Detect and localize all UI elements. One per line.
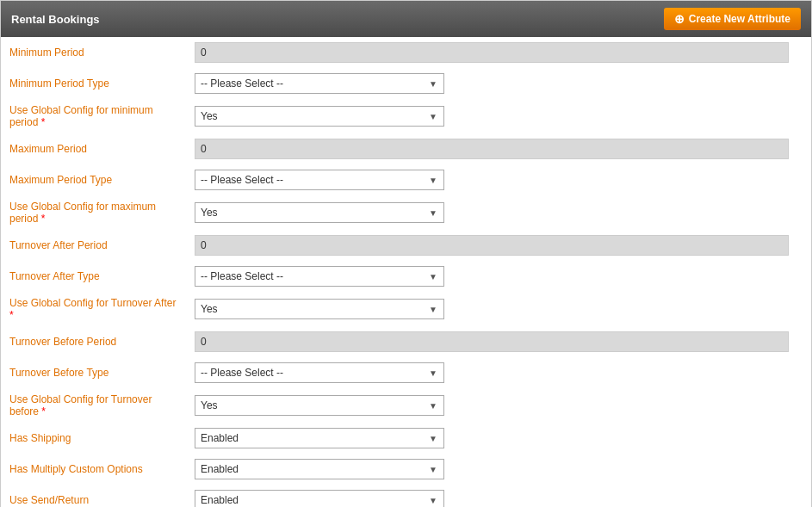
required-indicator: *: [38, 213, 45, 225]
field-value: YesNo: [186, 195, 811, 230]
turnover_before_type-select[interactable]: -- Please Select --: [195, 362, 444, 383]
table-row: Turnover Before Period: [1, 326, 811, 357]
field-label-text: Turnover Before Period: [9, 336, 116, 348]
field-label-text: Maximum Period: [9, 143, 87, 155]
field-label: Use Send/Return: [1, 485, 186, 507]
field-label-text: Has Shipping: [9, 432, 71, 444]
field-value: YesNo: [186, 388, 811, 423]
field-value: -- Please Select --: [186, 68, 811, 99]
field-label-text: Has Multiply Custom Options: [9, 463, 143, 475]
field-value: [186, 37, 811, 68]
required-indicator: *: [38, 116, 45, 128]
minimum_period_type-select[interactable]: -- Please Select --: [195, 73, 444, 94]
table-row: Turnover Before Type-- Please Select --: [1, 357, 811, 388]
minimum_period-input[interactable]: [195, 42, 789, 63]
has_multiply_custom-select-wrapper: EnabledDisabled: [195, 459, 444, 479]
field-label-text: Use Send/Return: [9, 494, 89, 506]
table-row: Maximum Period: [1, 133, 811, 164]
use_global_turnover_before-select[interactable]: YesNo: [195, 395, 444, 416]
table-row: Use Global Config for minimum period *Ye…: [1, 99, 811, 133]
use_global_maximum-select[interactable]: YesNo: [195, 202, 444, 223]
field-value: -- Please Select --: [186, 261, 811, 292]
turnover_after_period-input[interactable]: [195, 235, 789, 256]
use_global_minimum-select[interactable]: YesNo: [195, 106, 444, 127]
panel: Rental Bookings Create New Attribute Min…: [0, 0, 812, 507]
field-label: Minimum Period Type: [1, 68, 186, 99]
turnover_after_type-select[interactable]: -- Please Select --: [195, 266, 444, 287]
form-table: Minimum PeriodMinimum Period Type-- Plea…: [1, 37, 811, 507]
field-label-text: Turnover Before Type: [9, 367, 108, 379]
has_multiply_custom-select[interactable]: EnabledDisabled: [195, 459, 444, 479]
table-row: Maximum Period Type-- Please Select --: [1, 164, 811, 195]
field-value: EnabledDisabled: [186, 454, 811, 485]
use_global_turnover_before-select-wrapper: YesNo: [195, 395, 444, 416]
minimum_period_type-select-wrapper: -- Please Select --: [195, 73, 444, 94]
field-label: Use Global Config for Turnover After *: [1, 292, 186, 326]
field-label: Has Shipping: [1, 423, 186, 454]
field-value: EnabledDisabled: [186, 423, 811, 454]
field-label: Minimum Period: [1, 37, 186, 68]
use_global_minimum-select-wrapper: YesNo: [195, 106, 444, 127]
use_global_turnover_after-select-wrapper: YesNo: [195, 299, 444, 319]
field-label: Maximum Period Type: [1, 164, 186, 195]
field-label: Use Global Config for Turnover before *: [1, 388, 186, 423]
field-label-text: Turnover After Type: [9, 270, 100, 282]
required-indicator: *: [9, 309, 14, 321]
turnover_before_period-input[interactable]: [195, 331, 789, 352]
field-value: [186, 326, 811, 357]
field-label: Turnover Before Type: [1, 357, 186, 388]
maximum_period_type-select-wrapper: -- Please Select --: [195, 170, 444, 190]
has_shipping-select[interactable]: EnabledDisabled: [195, 428, 444, 448]
field-label-text: Turnover After Period: [9, 239, 108, 251]
table-row: Use Global Config for maximum period *Ye…: [1, 195, 811, 230]
maximum_period-input[interactable]: [195, 139, 789, 159]
field-label: Has Multiply Custom Options: [1, 454, 186, 485]
table-row: Minimum Period: [1, 37, 811, 68]
field-label-text: Use Global Config for minimum period: [9, 104, 153, 128]
field-label: Use Global Config for minimum period *: [1, 99, 186, 133]
field-label-text: Use Global Config for Turnover before: [9, 393, 152, 417]
table-row: Turnover After Period: [1, 230, 811, 261]
use_global_maximum-select-wrapper: YesNo: [195, 202, 444, 223]
field-value: -- Please Select --: [186, 357, 811, 388]
maximum_period_type-select[interactable]: -- Please Select --: [195, 170, 444, 190]
table-row: Minimum Period Type-- Please Select --: [1, 68, 811, 99]
table-row: Has Multiply Custom OptionsEnabledDisabl…: [1, 454, 811, 485]
table-row: Use Send/ReturnEnabledDisabled: [1, 485, 811, 507]
field-value: YesNo: [186, 99, 811, 133]
has_shipping-select-wrapper: EnabledDisabled: [195, 428, 444, 448]
use_send_return-select-wrapper: EnabledDisabled: [195, 490, 444, 507]
field-label: Maximum Period: [1, 133, 186, 164]
create-new-attribute-button[interactable]: Create New Attribute: [664, 8, 801, 30]
field-label: Turnover After Type: [1, 261, 186, 292]
field-label-text: Use Global Config for Turnover After: [9, 297, 176, 309]
turnover_after_type-select-wrapper: -- Please Select --: [195, 266, 444, 287]
table-row: Use Global Config for Turnover before *Y…: [1, 388, 811, 423]
use_global_turnover_after-select[interactable]: YesNo: [195, 299, 444, 319]
use_send_return-select[interactable]: EnabledDisabled: [195, 490, 444, 507]
required-indicator: *: [39, 405, 46, 417]
field-label-text: Maximum Period Type: [9, 174, 112, 186]
field-value: YesNo: [186, 292, 811, 326]
panel-title: Rental Bookings: [11, 13, 100, 26]
panel-header: Rental Bookings Create New Attribute: [1, 1, 811, 37]
turnover_before_type-select-wrapper: -- Please Select --: [195, 362, 444, 383]
table-row: Has ShippingEnabledDisabled: [1, 423, 811, 454]
field-value: [186, 133, 811, 164]
field-label-text: Minimum Period Type: [9, 77, 109, 90]
field-label: Turnover After Period: [1, 230, 186, 261]
field-label: Use Global Config for maximum period *: [1, 195, 186, 230]
table-row: Turnover After Type-- Please Select --: [1, 261, 811, 292]
field-label: Turnover Before Period: [1, 326, 186, 357]
field-label-text: Minimum Period: [9, 46, 84, 59]
field-label-text: Use Global Config for maximum period: [9, 201, 156, 225]
field-value: EnabledDisabled: [186, 485, 811, 507]
table-row: Use Global Config for Turnover After *Ye…: [1, 292, 811, 326]
field-value: -- Please Select --: [186, 164, 811, 195]
field-value: [186, 230, 811, 261]
